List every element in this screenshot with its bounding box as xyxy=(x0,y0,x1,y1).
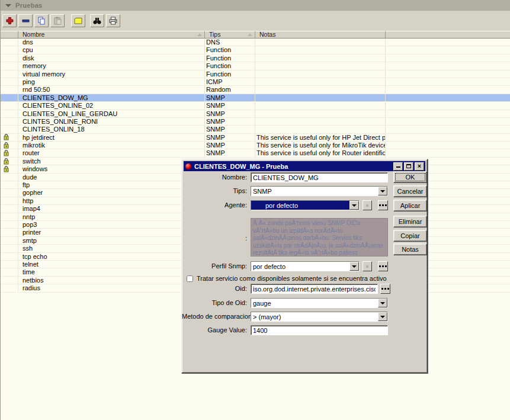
agente-browse-button[interactable] xyxy=(378,200,388,210)
cell-filler xyxy=(386,110,510,117)
table-row[interactable]: routerSNMPThis service is useful only fo… xyxy=(1,149,510,157)
service-red-dot-icon xyxy=(185,163,191,169)
tipo-oid-dropdown-button[interactable] xyxy=(378,299,387,307)
table-row[interactable]: rnd 50:50Random xyxy=(1,86,510,94)
cell-notas: This service is useful only for MikroTik… xyxy=(255,142,386,149)
cell-filler xyxy=(386,86,510,93)
print-button[interactable] xyxy=(106,14,120,27)
paste-button[interactable] xyxy=(50,14,65,27)
table-row[interactable]: CLINTES_ONLINE_RONISNMP xyxy=(1,118,510,126)
cell-nombre: router xyxy=(18,149,205,156)
agente-dropdown-button[interactable] xyxy=(349,201,359,210)
cell-tips: Random xyxy=(205,86,255,93)
cell-filler xyxy=(386,78,510,85)
cell-nombre: http xyxy=(18,197,205,204)
agente-label: Agente: xyxy=(182,201,247,209)
header-notas[interactable]: Notas xyxy=(255,31,386,39)
aplicar-button[interactable]: Aplicar xyxy=(393,200,427,211)
row-icon-blank xyxy=(1,261,18,268)
table-row[interactable]: virtual memoryFunction xyxy=(1,70,510,78)
remove-button[interactable] xyxy=(18,14,33,27)
cancelar-button[interactable]: Cancelar xyxy=(393,185,427,197)
oid-input[interactable] xyxy=(251,284,378,294)
perfil-dropdown-button[interactable] xyxy=(349,262,359,271)
lock-icon xyxy=(1,134,18,141)
close-icon: × xyxy=(418,163,421,169)
maximize-button[interactable] xyxy=(404,162,413,171)
cell-nombre: switch xyxy=(18,158,205,165)
note-button[interactable] xyxy=(71,14,85,27)
header-icon-column[interactable] xyxy=(1,31,18,39)
row-icon-blank xyxy=(1,213,18,220)
table-row[interactable]: dnsDNS xyxy=(1,39,510,46)
copy-icon xyxy=(37,17,46,25)
cell-notas xyxy=(255,78,386,85)
tips-dropdown[interactable]: SNMP xyxy=(251,186,388,196)
cell-nombre: hp jetdirect xyxy=(18,134,205,141)
table-row[interactable]: memoryFunction xyxy=(1,62,510,70)
notas-button[interactable]: Notas xyxy=(393,243,427,255)
cell-nombre: windows xyxy=(18,165,205,172)
cell-nombre: nntp xyxy=(18,213,205,220)
nombre-input[interactable] xyxy=(251,172,388,182)
table-row[interactable]: CLINTES_ONLIN_18SNMP xyxy=(1,126,510,133)
cell-nombre: CLIENTES_ONLINE_02 xyxy=(18,102,205,109)
table-row[interactable]: diskFunction xyxy=(1,54,510,62)
row-icon-blank xyxy=(1,62,18,69)
cell-tips: Function xyxy=(205,46,255,53)
cell-filler xyxy=(386,62,510,69)
metodo-dropdown-button[interactable] xyxy=(378,312,387,321)
perfil-small-button[interactable] xyxy=(363,261,372,271)
agente-row: Agente: por defecto xyxy=(182,200,427,210)
find-button[interactable] xyxy=(90,14,104,27)
header-nombre[interactable]: Nombre xyxy=(18,31,205,39)
cell-nombre: netbios xyxy=(18,277,205,284)
gauge-input[interactable] xyxy=(251,325,388,335)
agente-small-button[interactable] xyxy=(363,200,372,210)
cell-nombre: printer xyxy=(18,229,205,236)
cell-tips: SNMP xyxy=(205,102,255,109)
tipo-oid-value: gauge xyxy=(251,299,378,307)
oid-browse-button[interactable] xyxy=(380,284,390,294)
row-icon-blank xyxy=(1,181,18,188)
close-button[interactable]: × xyxy=(415,162,424,171)
collapse-triangle-icon[interactable] xyxy=(5,4,11,7)
cell-filler xyxy=(386,102,510,109)
cell-notas xyxy=(255,102,386,109)
copiar-button[interactable]: Copiar xyxy=(393,230,427,242)
table-row[interactable]: pingICMP xyxy=(1,78,510,86)
perfil-browse-button[interactable] xyxy=(378,261,388,271)
copy-button[interactable] xyxy=(34,14,49,27)
minimize-button[interactable] xyxy=(393,162,403,171)
table-row[interactable]: CLIENTES_ONLINE_02SNMP xyxy=(1,102,510,110)
header-tips[interactable]: Tips xyxy=(205,31,255,39)
tipo-oid-label: Tipo de Oid: xyxy=(182,299,247,306)
ok-button[interactable]: OK xyxy=(393,171,427,183)
eliminar-button[interactable]: Eliminar xyxy=(393,216,427,227)
cell-notas xyxy=(255,54,386,62)
row-icon-blank xyxy=(1,197,18,204)
table-row[interactable]: hp jetdirectSNMPThis service is useful o… xyxy=(1,134,510,142)
panel-titlebar[interactable]: Pruebas xyxy=(1,0,510,11)
row-icon-blank xyxy=(1,253,18,260)
metodo-value: > (mayor) xyxy=(251,312,378,321)
toolbar xyxy=(1,11,510,31)
gauge-row: Gauge Value: xyxy=(182,325,427,335)
tips-dropdown-button[interactable] xyxy=(378,187,387,195)
cell-nombre: dude xyxy=(18,174,205,181)
cell-nombre: ftp xyxy=(18,181,205,188)
cell-nombre: CLIENTES_ON_LINE_GERDAU xyxy=(18,110,205,117)
table-row[interactable]: cpuFunction xyxy=(1,46,510,54)
dialog-titlebar[interactable]: CLIENTES_DOW_MG - Prueba × xyxy=(184,161,425,171)
tipo-oid-dropdown[interactable]: gauge xyxy=(251,298,388,308)
add-button[interactable] xyxy=(2,14,17,27)
metodo-dropdown[interactable]: > (mayor) xyxy=(251,312,388,322)
perfil-dropdown[interactable]: por defecto xyxy=(251,261,360,271)
table-row[interactable]: mikrotikSNMPThis service is useful only … xyxy=(1,142,510,149)
agente-dropdown[interactable]: por defecto xyxy=(251,200,360,210)
table-row[interactable]: CLIENTES_DOW_MGSNMP xyxy=(1,94,510,102)
table-row[interactable]: CLIENTES_ON_LINE_GERDAUSNMP xyxy=(1,110,510,118)
binoculars-icon xyxy=(92,17,102,25)
agente-value: por defecto xyxy=(251,201,349,210)
tratar-servicio-checkbox[interactable] xyxy=(187,275,193,282)
